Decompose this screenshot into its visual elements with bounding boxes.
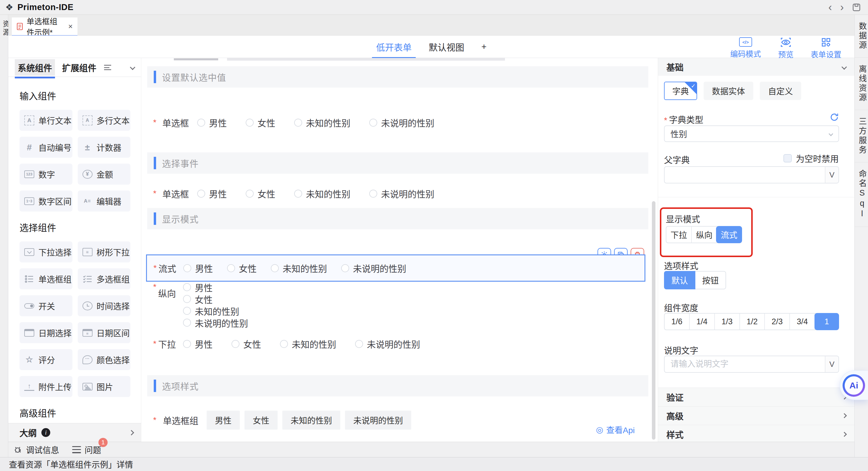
width-1-4[interactable]: 1/4 bbox=[690, 314, 715, 330]
code-mode-button[interactable]: </> 编码模式 bbox=[730, 37, 761, 59]
palette-tab-system[interactable]: 系统组件 bbox=[15, 59, 55, 76]
form-settings-button[interactable]: 表单设置 bbox=[811, 37, 841, 59]
width-2-3[interactable]: 2/3 bbox=[765, 314, 790, 330]
option-style-button[interactable]: 按钮 bbox=[695, 271, 726, 289]
add-view-button[interactable]: + bbox=[481, 42, 487, 52]
palette-item-color-picker[interactable]: 颜色选择 bbox=[78, 349, 131, 370]
display-mode-dropdown[interactable]: 下拉 bbox=[666, 227, 691, 243]
radio-icon[interactable] bbox=[246, 119, 254, 127]
outline-bar[interactable]: 大纲 i bbox=[8, 423, 141, 442]
palette-item-rating[interactable]: 评分 bbox=[20, 349, 72, 370]
source-tab-entity[interactable]: 数据实体 bbox=[704, 82, 753, 100]
width-3-4[interactable]: 3/4 bbox=[790, 314, 815, 330]
view-api-link[interactable]: ◎ 查看Api bbox=[596, 424, 635, 436]
editor-tab-active[interactable]: 单选框组件示例* × bbox=[12, 18, 78, 35]
palette-item-multi-text[interactable]: 多行文本 bbox=[78, 110, 131, 131]
row-radio-default[interactable]: * 单选框 男性 女性 未知的性别 未说明的性别 bbox=[153, 115, 453, 130]
palette-item-auto-number[interactable]: 自动编号 bbox=[20, 137, 72, 158]
section-validation[interactable]: 验证 bbox=[658, 388, 855, 406]
palette-item-switch[interactable]: 开关 bbox=[20, 295, 72, 316]
save-icon[interactable] bbox=[852, 3, 861, 12]
section-advanced[interactable]: 高级 bbox=[658, 406, 855, 425]
radio-icon[interactable] bbox=[183, 295, 191, 303]
form-canvas[interactable]: 设置默认选中值 * 单选框 男性 女性 未知的性别 未说明的性别 选择事件 * … bbox=[141, 58, 658, 442]
refresh-icon[interactable] bbox=[830, 112, 839, 122]
source-tab-custom[interactable]: 自定义 bbox=[760, 82, 801, 100]
dock-datasource[interactable]: 数据源 bbox=[855, 15, 868, 58]
palette-item-file-upload[interactable]: 附件上传 bbox=[20, 376, 72, 397]
selected-form-row-flow[interactable]: * 流式 男性 女性 未知的性别 未说明的性别 bbox=[146, 255, 645, 282]
palette-tab-extended[interactable]: 扩展组件 bbox=[62, 61, 96, 74]
debug-info-button[interactable]: 调试信息 bbox=[13, 444, 59, 455]
radio-icon[interactable] bbox=[183, 340, 191, 348]
parent-dict-field[interactable] bbox=[664, 167, 825, 183]
radio-icon[interactable] bbox=[280, 340, 288, 348]
dock-named-sql[interactable]: 命名Sql bbox=[855, 163, 868, 227]
palette-item-money[interactable]: 金额 bbox=[78, 164, 131, 185]
radio-icon[interactable] bbox=[231, 340, 240, 348]
display-mode-vertical[interactable]: 纵向 bbox=[691, 227, 717, 243]
radio-icon[interactable] bbox=[227, 264, 235, 272]
tab-lowcode-form[interactable]: 低开表单 bbox=[376, 40, 411, 53]
radio-icon[interactable] bbox=[183, 264, 191, 272]
radio-icon[interactable] bbox=[246, 189, 254, 198]
palette-item-tree-select[interactable]: 树形下拉 bbox=[78, 241, 131, 262]
palette-item-date-range[interactable]: 日期区间 bbox=[78, 322, 131, 343]
nav-forward-icon[interactable]: › bbox=[840, 2, 844, 13]
palette-item-checkbox-group[interactable]: 多选框组 bbox=[78, 268, 131, 289]
collapse-palette-icon[interactable] bbox=[130, 64, 135, 70]
palette-item-number[interactable]: 数字 bbox=[20, 164, 72, 185]
width-full[interactable]: 1 bbox=[814, 313, 839, 330]
form-row-button-style[interactable]: * 单选框组 男性 女性 未知的性别 未说明的性别 bbox=[153, 411, 416, 430]
radio-icon[interactable] bbox=[183, 307, 191, 315]
palette-item-radio-group[interactable]: 单选框组 bbox=[20, 268, 72, 289]
dict-type-select[interactable]: 性别 bbox=[664, 125, 839, 142]
problems-button[interactable]: 问题 1 bbox=[72, 444, 101, 455]
row-radio-event[interactable]: * 单选框 男性 女性 未知的性别 未说明的性别 bbox=[153, 186, 453, 201]
tab-default-view[interactable]: 默认视图 bbox=[429, 40, 464, 53]
width-1-6[interactable]: 1/6 bbox=[664, 314, 690, 330]
option-button[interactable]: 未说明的性别 bbox=[345, 411, 411, 430]
radio-icon[interactable] bbox=[369, 119, 377, 127]
dock-thirdparty-services[interactable]: 三方服务 bbox=[855, 110, 868, 163]
description-field[interactable] bbox=[664, 356, 825, 372]
variable-binding-button[interactable]: V bbox=[825, 356, 838, 372]
palette-item-image[interactable]: 图片 bbox=[78, 376, 131, 397]
palette-item-editor[interactable]: 编辑器 bbox=[78, 190, 131, 211]
palette-item-select[interactable]: 下拉选择 bbox=[20, 241, 72, 262]
nav-back-icon[interactable]: ‹ bbox=[828, 2, 832, 13]
section-style[interactable]: 样式 bbox=[658, 425, 855, 443]
parent-dict-input[interactable]: V bbox=[664, 166, 839, 183]
radio-icon[interactable] bbox=[294, 189, 302, 198]
option-button[interactable]: 男性 bbox=[207, 411, 240, 430]
palette-item-single-text[interactable]: 单行文本 bbox=[20, 110, 72, 131]
close-icon[interactable]: × bbox=[68, 22, 73, 31]
canvas-scrollbar[interactable] bbox=[652, 201, 655, 440]
width-1-3[interactable]: 1/3 bbox=[715, 314, 740, 330]
radio-icon[interactable] bbox=[271, 264, 279, 272]
ai-assistant-button[interactable]: Ai bbox=[840, 371, 868, 400]
disable-when-empty-checkbox[interactable] bbox=[783, 154, 792, 163]
radio-icon[interactable] bbox=[294, 119, 302, 127]
option-style-default[interactable]: 默认 bbox=[664, 271, 695, 289]
display-mode-flow[interactable]: 流式 bbox=[716, 226, 742, 243]
radio-icon[interactable] bbox=[355, 340, 363, 348]
dock-offline-resources[interactable]: 离线资源 bbox=[855, 58, 868, 110]
palette-item-date-picker[interactable]: 日期选择 bbox=[20, 322, 72, 343]
inspector-header[interactable]: 基础 bbox=[658, 58, 855, 76]
preview-button[interactable]: 预览 bbox=[778, 37, 794, 59]
palette-item-number-range[interactable]: 数字区间 bbox=[20, 190, 72, 211]
width-1-2[interactable]: 1/2 bbox=[740, 314, 765, 330]
source-tab-dictionary[interactable]: 字典 ✓ bbox=[664, 82, 697, 100]
option-button[interactable]: 女性 bbox=[245, 411, 278, 430]
radio-icon[interactable] bbox=[197, 189, 205, 198]
radio-icon[interactable] bbox=[369, 189, 377, 198]
option-button[interactable]: 未知的性别 bbox=[282, 411, 340, 430]
radio-icon[interactable] bbox=[183, 283, 191, 291]
form-row-vertical[interactable]: * 纵向 男性 女性 未知的性别 未说明的性别 bbox=[153, 282, 248, 327]
variable-binding-button[interactable]: V bbox=[825, 167, 838, 183]
palette-item-time-picker[interactable]: 时间选择 bbox=[78, 295, 131, 316]
palette-item-counter[interactable]: 计数器 bbox=[78, 137, 131, 158]
radio-icon[interactable] bbox=[341, 264, 349, 272]
description-input[interactable]: V bbox=[664, 356, 839, 373]
